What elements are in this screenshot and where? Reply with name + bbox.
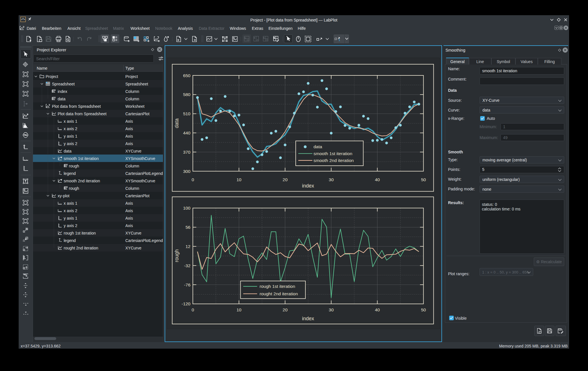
svg-text:40: 40	[375, 177, 380, 182]
svg-text:12: 12	[186, 244, 190, 249]
svg-text:1: 1	[338, 38, 340, 42]
svg-text:data: data	[174, 118, 180, 128]
svg-text:580: 580	[183, 92, 190, 97]
svg-text:30: 30	[329, 177, 334, 182]
svg-text:50: 50	[421, 177, 426, 182]
svg-text:rought 2nd iteration: rought 2nd iteration	[260, 291, 298, 296]
svg-text:20: 20	[283, 307, 288, 312]
svg-text:index: index	[302, 316, 314, 321]
svg-text:-120: -120	[182, 301, 190, 306]
svg-text:56: 56	[186, 225, 190, 230]
svg-text:300: 300	[183, 169, 190, 174]
svg-text:0: 0	[192, 307, 194, 312]
svg-text:rough: rough	[174, 249, 180, 262]
svg-text:50: 50	[421, 307, 426, 312]
svg-text:650: 650	[183, 73, 190, 78]
svg-text:-32: -32	[184, 263, 190, 268]
svg-text:510: 510	[183, 111, 190, 116]
svg-text:370: 370	[183, 150, 190, 155]
svg-text:smooth 1st iteration: smooth 1st iteration	[314, 151, 352, 156]
svg-text:rough 1st iteration: rough 1st iteration	[260, 284, 295, 289]
svg-text:30: 30	[329, 307, 334, 312]
svg-text:0: 0	[192, 177, 194, 182]
svg-text:-76: -76	[184, 282, 190, 287]
svg-text:100: 100	[183, 206, 190, 210]
svg-text:10: 10	[236, 307, 242, 312]
svg-text:20: 20	[283, 177, 288, 182]
svg-text:440: 440	[183, 130, 190, 135]
svg-text:index: index	[302, 183, 314, 189]
svg-text:10: 10	[236, 177, 242, 182]
svg-text:smooth 2nd iteration: smooth 2nd iteration	[314, 158, 354, 163]
svg-text:data: data	[314, 144, 322, 149]
svg-text:40: 40	[375, 307, 380, 312]
